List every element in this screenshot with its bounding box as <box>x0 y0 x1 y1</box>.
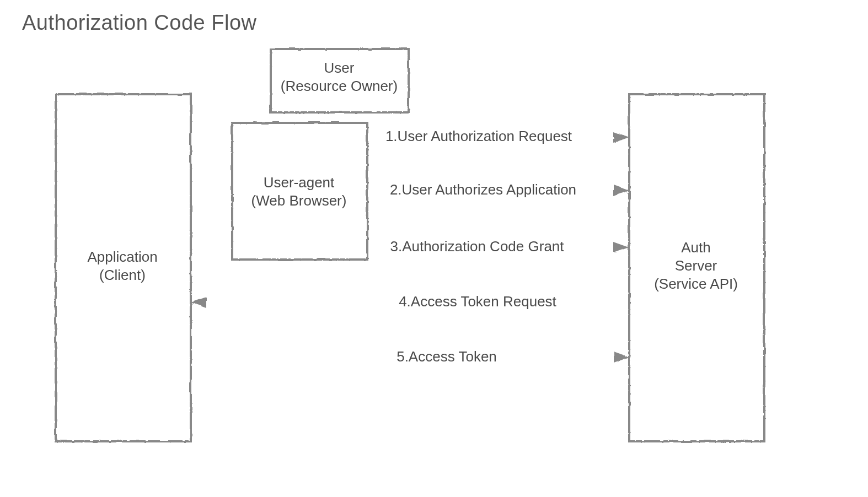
application-box: Application (Client) <box>55 94 190 441</box>
user-label-2: (Resource Owner) <box>281 78 398 94</box>
auth-server-box: Auth Server (Service API) <box>629 94 764 441</box>
arrowhead-right-icon <box>613 131 629 142</box>
flow-3-label: 3.Authorization Code Grant <box>390 238 564 255</box>
flow-2-label: 2.User Authorizes Application <box>390 181 576 198</box>
flow-3: 3.Authorization Code Grant <box>190 238 629 255</box>
flow-4-label: 4.Access Token Request <box>399 293 556 310</box>
arrowhead-right-icon <box>613 185 629 196</box>
flow-5-label: 5.Access Token <box>397 348 497 365</box>
flow-1-label: 1.User Authorization Request <box>385 128 572 144</box>
application-label-2: (Client) <box>99 267 146 283</box>
flow-2: 2.User Authorizes Application <box>347 181 629 198</box>
auth-label-1: Auth <box>681 239 711 256</box>
ua-label-2: (Web Browser) <box>251 192 347 209</box>
flow-4: 4.Access Token Request <box>190 293 629 310</box>
arrowhead-right-icon <box>613 241 629 252</box>
arrowhead-right-icon <box>613 352 629 363</box>
auth-label-3: (Service API) <box>654 275 738 292</box>
user-box: User (Resource Owner) <box>270 48 408 112</box>
ua-label-1: User-agent <box>264 174 335 191</box>
user-label-1: User <box>324 60 355 76</box>
auth-label-2: Server <box>675 257 717 274</box>
application-label-1: Application <box>87 248 157 265</box>
flow-5: 5.Access Token <box>190 348 629 365</box>
flow-1: 1.User Authorization Request <box>190 128 629 144</box>
diagram-canvas: Application (Client) Auth Server (Servic… <box>0 0 868 497</box>
